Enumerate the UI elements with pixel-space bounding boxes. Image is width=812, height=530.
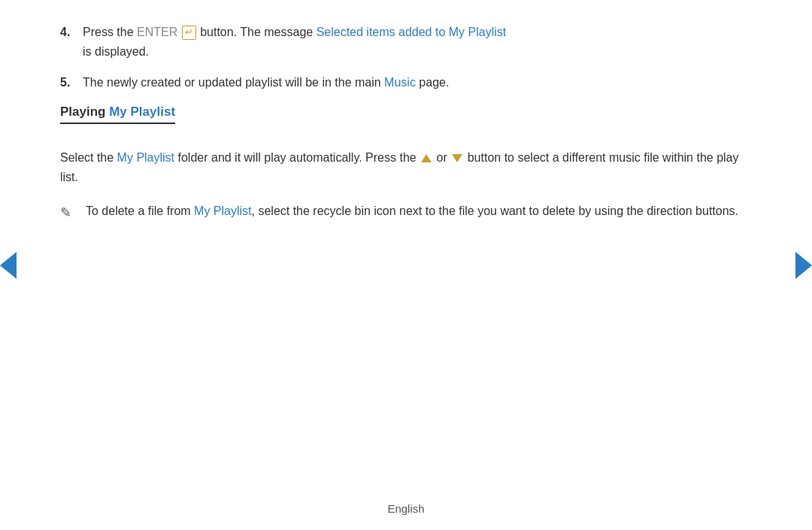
step-5-number: 5. bbox=[60, 73, 83, 92]
step-4-text-end: is displayed. bbox=[83, 45, 149, 58]
body-paragraph: Select the My Playlist folder and it wil… bbox=[60, 148, 752, 188]
note-text: To delete a file from My Playlist, selec… bbox=[86, 201, 752, 221]
music-link: Music bbox=[384, 76, 416, 89]
step-5-text-before: The newly created or updated playlist wi… bbox=[83, 76, 384, 89]
note-text-before: To delete a file from bbox=[86, 204, 194, 217]
enter-keyword: ENTER bbox=[137, 26, 177, 38]
nav-arrow-right[interactable] bbox=[795, 252, 812, 279]
step-5-text-end: page. bbox=[416, 76, 449, 89]
step-4-text-after: button. The message bbox=[197, 26, 317, 38]
my-playlist-link-2: My Playlist bbox=[194, 204, 251, 217]
note-block: ✎ To delete a file from My Playlist, sel… bbox=[60, 201, 752, 225]
footer-language: English bbox=[387, 502, 424, 515]
arrow-down-icon bbox=[452, 154, 462, 162]
note-icon: ✎ bbox=[60, 202, 78, 225]
body-text-before: Select the bbox=[60, 151, 117, 164]
step-4-text-before: Press the bbox=[83, 26, 137, 38]
heading-link-text: My Playlist bbox=[109, 104, 175, 119]
note-text-after: , select the recycle bin icon next to th… bbox=[252, 204, 739, 217]
nav-arrow-left[interactable] bbox=[0, 252, 17, 279]
playing-my-playlist-heading: Playing My Playlist bbox=[60, 104, 175, 124]
step-4-number: 4. bbox=[60, 23, 83, 42]
step-4-text: Press the ENTER ↵ button. The message Se… bbox=[83, 23, 752, 61]
selected-items-added-link: Selected items added to My Playlist bbox=[317, 26, 507, 38]
footer: English bbox=[0, 502, 812, 515]
step-5: 5. The newly created or updated playlist… bbox=[60, 73, 752, 92]
my-playlist-link-1: My Playlist bbox=[117, 151, 174, 164]
step-4: 4. Press the ENTER ↵ button. The message… bbox=[60, 23, 752, 61]
body-text-middle: folder and it will play automatically. P… bbox=[174, 151, 420, 164]
step-5-text: The newly created or updated playlist wi… bbox=[83, 73, 752, 92]
enter-icon: ↵ bbox=[182, 26, 196, 40]
body-connector: or bbox=[433, 151, 450, 164]
arrow-up-icon bbox=[421, 154, 432, 162]
heading-plain-text: Playing bbox=[60, 104, 109, 119]
